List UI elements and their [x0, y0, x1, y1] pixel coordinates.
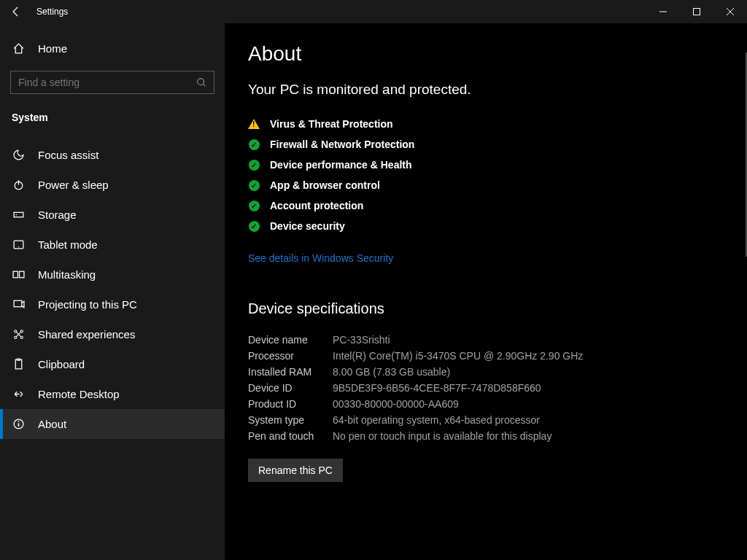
sidebar-item-power[interactable]: Power & sleep [0, 170, 225, 200]
spec-value: 8.00 GB (7.83 GB usable) [333, 366, 450, 378]
window-title: Settings [36, 7, 68, 17]
protection-item: Account protection [248, 195, 724, 216]
rename-pc-button[interactable]: Rename this PC [248, 459, 343, 482]
warning-icon [248, 118, 260, 130]
sidebar-item-label: Storage [38, 209, 77, 221]
maximize-button[interactable] [680, 0, 713, 23]
titlebar: Settings [0, 0, 747, 23]
spec-row: Device namePC-33Srishti [248, 332, 724, 348]
protection-item: Device security [248, 216, 724, 236]
clipboard-icon [12, 358, 25, 370]
sidebar-item-focus[interactable]: Focus assist [0, 140, 225, 170]
page-title: About [248, 42, 724, 66]
check-icon [248, 220, 260, 232]
svg-rect-13 [13, 271, 18, 278]
svg-rect-14 [19, 271, 23, 278]
search-icon [196, 77, 206, 88]
shared-icon [12, 328, 25, 341]
sidebar-item-tablet[interactable]: Tablet mode [0, 230, 225, 260]
sidebar-home[interactable]: Home [0, 34, 225, 63]
check-icon [248, 179, 260, 191]
search-input[interactable] [18, 77, 196, 88]
tablet-icon [12, 238, 25, 251]
spec-value: No pen or touch input is available for t… [333, 430, 551, 442]
svg-point-26 [18, 421, 19, 422]
svg-rect-15 [14, 300, 22, 307]
close-button[interactable] [713, 0, 747, 23]
spec-key: Processor [248, 350, 333, 362]
sidebar-item-shared[interactable]: Shared experiences [0, 319, 225, 349]
spec-row: Product ID00330-80000-00000-AA609 [248, 396, 724, 412]
protection-item: Device performance & Health [248, 155, 724, 175]
sidebar-item-label: Shared experiences [38, 328, 135, 341]
spec-key: Installed RAM [248, 366, 333, 378]
spec-row: ProcessorIntel(R) Core(TM) i5-3470S CPU … [248, 348, 724, 364]
spec-row: Device ID9B5DE3F9-6B56-4CEE-8F7F-7478D85… [248, 380, 724, 396]
sidebar-item-label: Tablet mode [38, 238, 98, 251]
protection-label: Virus & Threat Protection [270, 118, 393, 130]
sidebar-item-label: Focus assist [38, 149, 98, 161]
specs-table: Device namePC-33SrishtiProcessorIntel(R)… [248, 332, 724, 444]
back-button[interactable] [10, 6, 22, 18]
spec-key: Device ID [248, 382, 333, 394]
sidebar-item-notifications[interactable]: Notifications & actions [0, 135, 225, 140]
spec-key: System type [248, 414, 333, 426]
spec-row: Pen and touchNo pen or touch input is av… [248, 428, 724, 444]
spec-row: Installed RAM8.00 GB (7.83 GB usable) [248, 364, 724, 380]
sidebar-item-about[interactable]: About [0, 409, 225, 439]
svg-rect-22 [15, 359, 22, 369]
protection-list: Virus & Threat ProtectionFirewall & Netw… [248, 114, 724, 236]
remote-icon [12, 388, 25, 400]
svg-point-4 [198, 79, 204, 85]
spec-value: PC-33Srishti [333, 334, 390, 346]
power-icon [12, 179, 25, 191]
multitask-icon [12, 268, 25, 281]
sidebar-item-multitask[interactable]: Multitasking [0, 260, 225, 289]
sidebar-item-label: About [38, 418, 66, 430]
project-icon [12, 298, 25, 311]
sidebar: Home System Notifications & actionsFocus… [0, 23, 225, 560]
nav-list: Notifications & actionsFocus assistPower… [0, 135, 225, 560]
protection-item: Firewall & Network Protection [248, 134, 724, 155]
sidebar-item-project[interactable]: Projecting to this PC [0, 289, 225, 319]
minimize-button[interactable] [646, 0, 680, 23]
spec-key: Pen and touch [248, 430, 333, 442]
svg-line-5 [204, 85, 206, 87]
sidebar-item-label: Remote Desktop [38, 388, 120, 400]
spec-value: 00330-80000-00000-AA609 [333, 398, 459, 410]
spec-row: System type64-bit operating system, x64-… [248, 412, 724, 428]
check-icon [248, 139, 260, 150]
sidebar-item-storage[interactable]: Storage [0, 200, 225, 230]
home-icon [12, 42, 25, 55]
search-box[interactable] [10, 71, 214, 94]
spec-value: Intel(R) Core(TM) i5-3470S CPU @ 2.90GHz… [333, 350, 583, 362]
protection-item: Virus & Threat Protection [248, 114, 724, 134]
sidebar-item-clipboard[interactable]: Clipboard [0, 349, 225, 379]
protection-label: Firewall & Network Protection [270, 139, 414, 150]
specs-title: Device specifications [248, 300, 724, 317]
content: About Your PC is monitored and protected… [225, 23, 747, 560]
focus-icon [12, 149, 25, 161]
sidebar-item-label: Multitasking [38, 268, 96, 281]
svg-point-10 [15, 214, 17, 216]
sidebar-item-remote[interactable]: Remote Desktop [0, 379, 225, 409]
sidebar-item-label: Clipboard [38, 358, 85, 370]
protection-label: App & browser control [270, 179, 380, 191]
protection-label: Account protection [270, 200, 363, 211]
about-icon [12, 418, 25, 430]
spec-value: 64-bit operating system, x64-based proce… [333, 414, 540, 426]
check-icon [248, 200, 260, 211]
svg-rect-1 [694, 9, 700, 15]
svg-point-12 [18, 246, 18, 247]
check-icon [248, 159, 260, 171]
security-details-link[interactable]: See details in Windows Security [248, 252, 393, 264]
sidebar-item-label: Power & sleep [38, 179, 109, 191]
sidebar-item-label: Projecting to this PC [38, 298, 137, 311]
storage-icon [12, 209, 25, 221]
protection-item: App & browser control [248, 175, 724, 195]
protection-subtitle: Your PC is monitored and protected. [248, 82, 724, 98]
spec-key: Product ID [248, 398, 333, 410]
protection-label: Device security [270, 220, 345, 232]
spec-key: Device name [248, 334, 333, 346]
svg-rect-9 [14, 212, 23, 217]
